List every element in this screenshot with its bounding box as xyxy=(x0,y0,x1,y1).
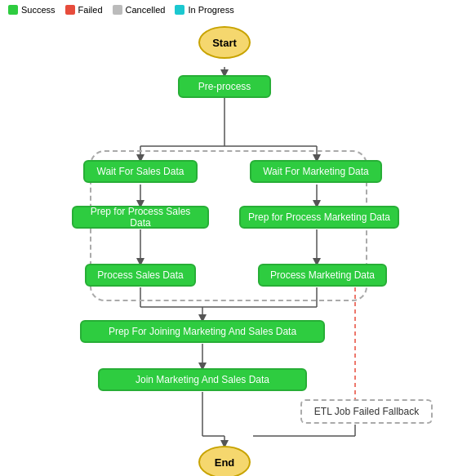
inprogress-dot xyxy=(175,5,184,15)
legend: Success Failed Cancelled In Progress xyxy=(0,0,449,20)
process-marketing-node[interactable]: Process Marketing Data xyxy=(258,264,387,287)
success-label: Success xyxy=(21,5,56,15)
flowchart: Start Pre-process Wait For Sales Data Wa… xyxy=(0,20,449,469)
legend-cancelled: Cancelled xyxy=(113,5,166,15)
legend-failed: Failed xyxy=(65,5,103,15)
prep-sales-node[interactable]: Prep for Process Sales Data xyxy=(72,206,209,229)
cancelled-label: Cancelled xyxy=(126,5,166,15)
prep-marketing-node[interactable]: Prep for Process Marketing Data xyxy=(239,206,399,229)
legend-inprogress: In Progress xyxy=(175,5,233,15)
success-dot xyxy=(8,5,18,15)
failed-label: Failed xyxy=(78,5,103,15)
failed-dot xyxy=(65,5,75,15)
process-sales-node[interactable]: Process Sales Data xyxy=(85,264,196,287)
prep-join-node[interactable]: Prep For Joining Marketing And Sales Dat… xyxy=(80,320,325,343)
end-node[interactable]: End xyxy=(198,446,251,476)
wait-sales-node[interactable]: Wait For Sales Data xyxy=(83,160,198,183)
legend-success: Success xyxy=(8,5,56,15)
wait-marketing-node[interactable]: Wait For Marketing Data xyxy=(250,160,382,183)
fallback-node[interactable]: ETL Job Failed Fallback xyxy=(300,399,433,424)
preprocess-node[interactable]: Pre-process xyxy=(178,75,271,98)
cancelled-dot xyxy=(113,5,122,15)
inprogress-label: In Progress xyxy=(188,5,233,15)
join-node[interactable]: Join Marketing And Sales Data xyxy=(98,368,307,391)
start-node[interactable]: Start xyxy=(198,26,251,59)
